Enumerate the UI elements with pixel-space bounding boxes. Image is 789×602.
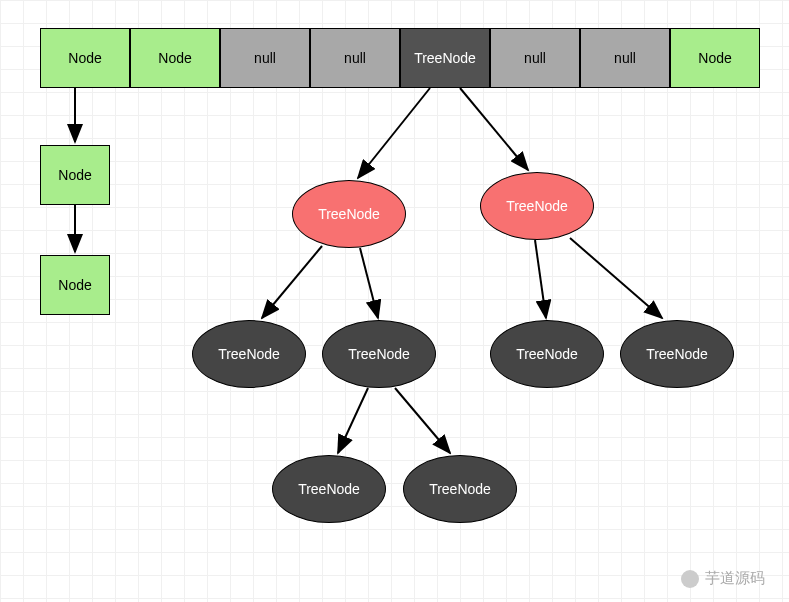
cell-label: TreeNode xyxy=(414,50,476,66)
tree-label: TreeNode xyxy=(318,206,380,222)
cell-label: null xyxy=(614,50,636,66)
node-label: Node xyxy=(58,167,91,183)
tree-node-dark-6: TreeNode xyxy=(403,455,517,523)
linked-node-2: Node xyxy=(40,255,110,315)
array-cell-0: Node xyxy=(40,28,130,88)
tree-label: TreeNode xyxy=(429,481,491,497)
watermark-text: 芋道源码 xyxy=(705,569,765,588)
arrow-rl-d2 xyxy=(360,248,378,318)
arrow-d2-b2 xyxy=(395,388,450,453)
tree-node-dark-5: TreeNode xyxy=(272,455,386,523)
arrow-rr-d3 xyxy=(535,240,546,318)
array-cell-1: Node xyxy=(130,28,220,88)
arrow-rr-d4 xyxy=(570,238,662,318)
array-cell-6: null xyxy=(580,28,670,88)
arrows-layer xyxy=(0,0,789,602)
arrow-root-left xyxy=(358,88,430,178)
arrow-rl-d1 xyxy=(262,246,322,318)
tree-label: TreeNode xyxy=(516,346,578,362)
watermark-icon xyxy=(681,570,699,588)
tree-node-dark-4: TreeNode xyxy=(620,320,734,388)
tree-label: TreeNode xyxy=(218,346,280,362)
cell-label: Node xyxy=(698,50,731,66)
tree-label: TreeNode xyxy=(646,346,708,362)
cell-label: Node xyxy=(68,50,101,66)
tree-label: TreeNode xyxy=(298,481,360,497)
tree-node-dark-3: TreeNode xyxy=(490,320,604,388)
cell-label: null xyxy=(344,50,366,66)
tree-label: TreeNode xyxy=(506,198,568,214)
tree-node-dark-2: TreeNode xyxy=(322,320,436,388)
array-cell-4: TreeNode xyxy=(400,28,490,88)
cell-label: Node xyxy=(158,50,191,66)
linked-node-1: Node xyxy=(40,145,110,205)
tree-node-dark-1: TreeNode xyxy=(192,320,306,388)
watermark: 芋道源码 xyxy=(681,569,765,588)
tree-node-red-left: TreeNode xyxy=(292,180,406,248)
array-cell-3: null xyxy=(310,28,400,88)
array-cell-7: Node xyxy=(670,28,760,88)
tree-node-red-right: TreeNode xyxy=(480,172,594,240)
array-cell-2: null xyxy=(220,28,310,88)
tree-label: TreeNode xyxy=(348,346,410,362)
arrow-d2-b1 xyxy=(338,388,368,453)
cell-label: null xyxy=(254,50,276,66)
array-cell-5: null xyxy=(490,28,580,88)
arrow-root-right xyxy=(460,88,528,170)
node-label: Node xyxy=(58,277,91,293)
cell-label: null xyxy=(524,50,546,66)
